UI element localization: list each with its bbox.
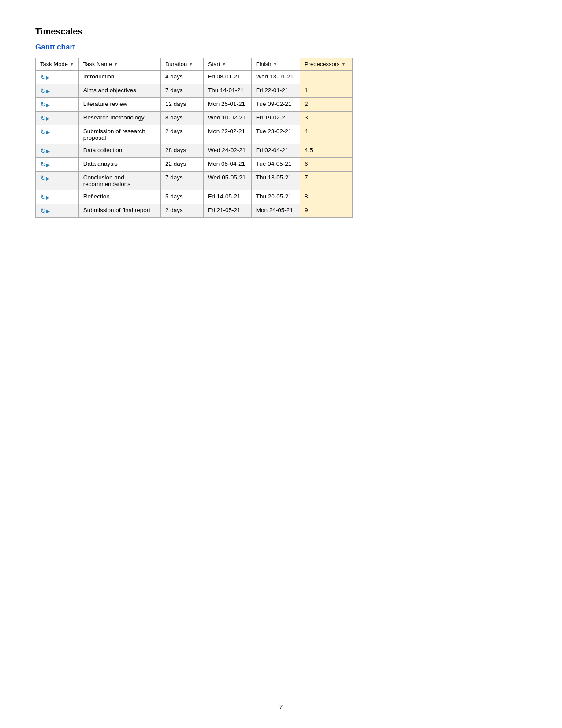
task-finish: Thu 20-05-21 xyxy=(251,190,300,204)
task-arrow-icon: ▶ xyxy=(46,75,50,81)
task-arrow-icon: ▶ xyxy=(46,162,50,168)
task-mode-cell: ↺▶ xyxy=(36,112,79,125)
page: Timescales Gantt chart Task Mode ▼ Task … xyxy=(0,0,562,728)
table-row: ↺▶Literature review12 daysMon 25-01-21Tu… xyxy=(36,98,353,112)
task-start: Mon 25-01-21 xyxy=(203,98,251,112)
task-finish: Fri 02-04-21 xyxy=(251,144,300,158)
task-mode-icon: ↺ xyxy=(40,73,46,81)
task-mode-icon: ↺ xyxy=(40,114,46,122)
task-mode-cell: ↺▶ xyxy=(36,125,79,144)
table-row: ↺▶Data anaysis22 daysMon 05-04-21Tue 04-… xyxy=(36,158,353,172)
task-duration: 5 days xyxy=(160,190,203,204)
task-predecessors: 4 xyxy=(300,125,353,144)
gantt-table: Task Mode ▼ Task Name ▼ Duration ▼ xyxy=(35,58,353,218)
task-start: Fri 21-05-21 xyxy=(203,204,251,218)
task-predecessors: 1 xyxy=(300,84,353,98)
header-name[interactable]: Task Name ▼ xyxy=(78,58,160,71)
task-name: Submission of final report xyxy=(78,204,160,218)
task-predecessors: 9 xyxy=(300,204,353,218)
task-name: Data anaysis xyxy=(78,158,160,172)
header-mode[interactable]: Task Mode ▼ xyxy=(36,58,79,71)
task-mode-cell: ↺▶ xyxy=(36,144,79,158)
header-finish[interactable]: Finish ▼ xyxy=(251,58,300,71)
task-mode-icon: ↺ xyxy=(40,161,46,168)
finish-dropdown-icon[interactable]: ▼ xyxy=(273,62,277,67)
header-predecessors[interactable]: Predecessors ▼ xyxy=(300,58,353,71)
page-number: 7 xyxy=(279,703,283,710)
task-name: Reflection xyxy=(78,190,160,204)
task-finish: Fri 22-01-21 xyxy=(251,84,300,98)
table-row: ↺▶Research methodology8 daysWed 10-02-21… xyxy=(36,112,353,125)
task-arrow-icon: ▶ xyxy=(46,129,50,135)
task-finish: Thu 13-05-21 xyxy=(251,172,300,190)
table-row: ↺▶Data collection28 daysWed 24-02-21Fri … xyxy=(36,144,353,158)
task-finish: Tue 09-02-21 xyxy=(251,98,300,112)
task-name: Conclusion and recommendations xyxy=(78,172,160,190)
task-duration: 12 days xyxy=(160,98,203,112)
task-start: Fri 14-05-21 xyxy=(203,190,251,204)
task-finish: Fri 19-02-21 xyxy=(251,112,300,125)
task-mode-cell: ↺▶ xyxy=(36,172,79,190)
task-predecessors: 7 xyxy=(300,172,353,190)
task-arrow-icon: ▶ xyxy=(46,88,50,94)
task-start: Wed 05-05-21 xyxy=(203,172,251,190)
name-dropdown-icon[interactable]: ▼ xyxy=(114,62,118,67)
task-name: Research methodology xyxy=(78,112,160,125)
task-mode-cell: ↺▶ xyxy=(36,71,79,84)
table-row: ↺▶Aims and objectives7 daysThu 14-01-21F… xyxy=(36,84,353,98)
task-duration: 4 days xyxy=(160,71,203,84)
task-mode-icon: ↺ xyxy=(40,174,46,182)
task-predecessors xyxy=(300,71,353,84)
table-row: ↺▶Submission of research proposal2 daysM… xyxy=(36,125,353,144)
task-duration: 8 days xyxy=(160,112,203,125)
task-predecessors: 6 xyxy=(300,158,353,172)
task-start: Mon 22-02-21 xyxy=(203,125,251,144)
task-start: Wed 24-02-21 xyxy=(203,144,251,158)
task-mode-cell: ↺▶ xyxy=(36,204,79,218)
task-mode-icon: ↺ xyxy=(40,128,46,136)
subsection-title: Gantt chart xyxy=(35,43,527,52)
header-start[interactable]: Start ▼ xyxy=(203,58,251,71)
task-name: Literature review xyxy=(78,98,160,112)
task-finish: Wed 13-01-21 xyxy=(251,71,300,84)
task-duration: 28 days xyxy=(160,144,203,158)
task-name: Data collection xyxy=(78,144,160,158)
table-row: ↺▶Introduction4 daysFri 08-01-21Wed 13-0… xyxy=(36,71,353,84)
task-mode-icon: ↺ xyxy=(40,87,46,95)
task-duration: 7 days xyxy=(160,84,203,98)
task-finish: Tue 04-05-21 xyxy=(251,158,300,172)
mode-dropdown-icon[interactable]: ▼ xyxy=(70,62,74,67)
task-duration: 2 days xyxy=(160,125,203,144)
task-arrow-icon: ▶ xyxy=(46,175,50,182)
header-duration[interactable]: Duration ▼ xyxy=(160,58,203,71)
task-start: Fri 08-01-21 xyxy=(203,71,251,84)
task-arrow-icon: ▶ xyxy=(46,194,50,201)
task-mode-icon: ↺ xyxy=(40,207,46,215)
task-start: Wed 10-02-21 xyxy=(203,112,251,125)
task-arrow-icon: ▶ xyxy=(46,148,50,154)
pred-dropdown-icon[interactable]: ▼ xyxy=(342,62,346,67)
task-finish: Mon 24-05-21 xyxy=(251,204,300,218)
task-duration: 2 days xyxy=(160,204,203,218)
task-mode-icon: ↺ xyxy=(40,101,46,108)
start-dropdown-icon[interactable]: ▼ xyxy=(222,62,226,67)
duration-dropdown-icon[interactable]: ▼ xyxy=(189,62,193,67)
task-name: Submission of research proposal xyxy=(78,125,160,144)
task-predecessors: 8 xyxy=(300,190,353,204)
task-duration: 7 days xyxy=(160,172,203,190)
task-mode-icon: ↺ xyxy=(40,193,46,201)
table-row: ↺▶Submission of final report2 daysFri 21… xyxy=(36,204,353,218)
task-predecessors: 4,5 xyxy=(300,144,353,158)
task-duration: 22 days xyxy=(160,158,203,172)
task-predecessors: 2 xyxy=(300,98,353,112)
task-arrow-icon: ▶ xyxy=(46,208,50,214)
table-row: ↺▶Conclusion and recommendations7 daysWe… xyxy=(36,172,353,190)
task-mode-cell: ↺▶ xyxy=(36,84,79,98)
task-predecessors: 3 xyxy=(300,112,353,125)
task-finish: Tue 23-02-21 xyxy=(251,125,300,144)
task-name: Aims and objectives xyxy=(78,84,160,98)
task-name: Introduction xyxy=(78,71,160,84)
task-mode-cell: ↺▶ xyxy=(36,158,79,172)
task-mode-cell: ↺▶ xyxy=(36,190,79,204)
page-title: Timescales xyxy=(35,26,527,37)
